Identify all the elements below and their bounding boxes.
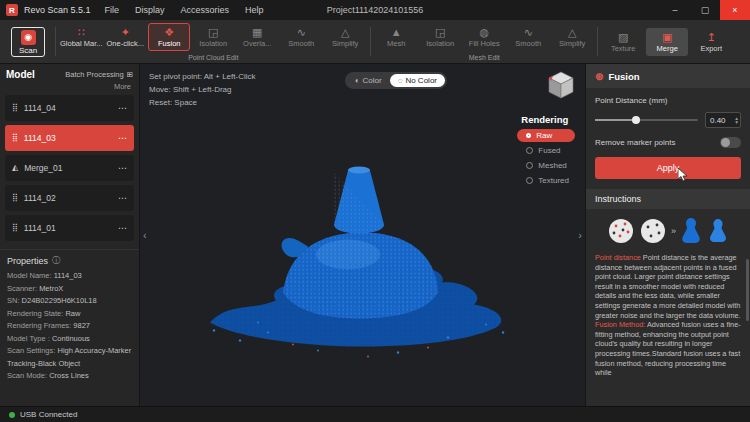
model-3d-view[interactable]: [198, 133, 528, 372]
properties-panel: Properties ⓘ Model Name: 1114_03 Scanner…: [0, 249, 139, 406]
app-logo-icon: R: [6, 4, 18, 16]
apply-button[interactable]: Apply: [595, 157, 741, 179]
info-icon[interactable]: ⓘ: [52, 255, 60, 266]
marker-circle-after: [639, 217, 667, 245]
tool-global-markers[interactable]: ∷ Global Mar...: [60, 23, 102, 51]
smooth-icon: ∿: [524, 26, 533, 38]
mesh-edit-group: ▲ Mesh ◲ Isolation ◍ Fill Holes ∿ Smooth…: [374, 20, 594, 63]
slider-knob[interactable]: [632, 116, 640, 124]
tool-simplify[interactable]: △ Simplify: [324, 23, 366, 51]
fill-holes-icon: ◍: [479, 26, 489, 38]
tool-one-click[interactable]: ✦ One-click...: [104, 23, 146, 51]
pointcloud-icon: ⣿: [12, 194, 18, 202]
window-controls: – ▢ ×: [660, 0, 750, 20]
texture-icon: ▨: [618, 31, 628, 43]
tool-fusion[interactable]: ❖ Fusion: [148, 23, 190, 51]
stepper-down-icon[interactable]: ▾: [735, 120, 738, 125]
menu-help[interactable]: Help: [245, 5, 264, 15]
model-item-1114-02[interactable]: ⣿ 1114_02 ⋯: [5, 185, 134, 211]
tool-smooth[interactable]: ∿ Smooth: [280, 23, 322, 51]
scan-button[interactable]: ◉ Scan: [11, 27, 45, 57]
tool-fill-holes[interactable]: ◍ Fill Holes: [463, 23, 505, 51]
scan-label: Scan: [19, 46, 37, 55]
mouse-cursor-icon: [678, 168, 688, 184]
scrollbar[interactable]: [746, 259, 749, 321]
minimize-button[interactable]: –: [660, 0, 690, 20]
usb-status-icon: [9, 412, 15, 418]
model-list: ⣿ 1114_04 ⋯ ⣿ 1114_03 ⋯ ◭ Merge_01 ⋯ ⣿ 1…: [0, 95, 139, 241]
collapse-left-icon[interactable]: ‹: [143, 229, 147, 241]
collapse-right-icon[interactable]: ›: [578, 229, 582, 241]
one-click-icon: ✦: [121, 26, 130, 38]
bust-model-2: [707, 217, 729, 245]
fusion-icon: ❖: [164, 26, 174, 38]
color-icon: ◐: [355, 76, 360, 85]
tool-export[interactable]: ↥ Export: [690, 28, 732, 56]
prop-scan-settings: Scan Settings: High Accuracy-Marker Trac…: [7, 345, 132, 370]
properties-title: Properties: [7, 256, 48, 266]
model-item-merge-01[interactable]: ◭ Merge_01 ⋯: [5, 155, 134, 181]
toolbar: ◉ Scan ∷ Global Mar... ✦ One-click... ❖ …: [0, 20, 750, 64]
tool-isolation[interactable]: ◲ Isolation: [192, 23, 234, 51]
tool-mesh[interactable]: ▲ Mesh: [375, 23, 417, 51]
mesh-model-icon: ◭: [12, 164, 18, 172]
tool-mesh-isolation[interactable]: ◲ Isolation: [419, 23, 461, 51]
menu-display[interactable]: Display: [135, 5, 165, 15]
rendering-title: Rendering: [521, 114, 568, 125]
menu-accessories[interactable]: Accessories: [181, 5, 230, 15]
item-menu-button[interactable]: ⋯: [118, 193, 127, 203]
batch-processing-button[interactable]: Batch Processing ⊞: [65, 70, 133, 79]
model-item-1114-03[interactable]: ⣿ 1114_03 ⋯: [5, 125, 134, 151]
orientation-cube[interactable]: [544, 69, 578, 107]
prop-scanner: Scanner: MetroX: [7, 283, 132, 296]
isolation-icon: ◲: [435, 26, 445, 38]
viewport-3d[interactable]: Set pivot point: Alt + Left-Click Move: …: [140, 64, 585, 406]
item-menu-button[interactable]: ⋯: [118, 103, 127, 113]
prop-sn: SN: D24B02295H6K10L18: [7, 295, 132, 308]
usb-status-text: USB Connected: [20, 410, 77, 419]
stepper-buttons[interactable]: ▴ ▾: [735, 116, 738, 125]
viewport-hints: Set pivot point: Alt + Left-Click Move: …: [149, 70, 256, 109]
item-menu-button[interactable]: ⋯: [118, 223, 127, 233]
maximize-button[interactable]: ▢: [690, 0, 720, 20]
tool-mesh-simplify[interactable]: △ Simplify: [551, 23, 593, 51]
export-icon: ↥: [707, 31, 716, 43]
prop-model-type: Model Type : Continuous: [7, 333, 132, 346]
color-toggle: ◐ Color ◌ No Color: [345, 72, 447, 89]
app-title: Revo Scan 5.5.1: [24, 5, 91, 15]
item-menu-button[interactable]: ⋯: [118, 133, 127, 143]
prop-rendering-frames: Rendering Frames: 9827: [7, 320, 132, 333]
smooth-icon: ∿: [297, 26, 306, 38]
point-distance-input[interactable]: 0.40 ▴ ▾: [705, 112, 741, 128]
model-item-1114-04[interactable]: ⣿ 1114_04 ⋯: [5, 95, 134, 121]
model-item-1114-01[interactable]: ⣿ 1114_01 ⋯: [5, 215, 134, 241]
arrow-icon: »: [671, 226, 675, 236]
isolation-icon: ◲: [208, 26, 218, 38]
batch-processing-icon: ⊞: [127, 70, 133, 79]
tool-merge[interactable]: ▣ Merge: [646, 28, 688, 56]
tool-texture[interactable]: ▨ Texture: [602, 28, 644, 56]
pointcloud-icon: ⣿: [12, 104, 18, 112]
color-option[interactable]: ◐ Color: [347, 74, 390, 87]
sidebar-title: Model: [6, 69, 35, 80]
tool-overlap[interactable]: ▦ Overla...: [236, 23, 278, 51]
merge-icon: ▣: [662, 31, 672, 43]
close-button[interactable]: ×: [720, 0, 750, 20]
item-menu-button[interactable]: ⋯: [118, 163, 127, 173]
tool-mesh-smooth[interactable]: ∿ Smooth: [507, 23, 549, 51]
no-color-option[interactable]: ◌ No Color: [390, 74, 445, 87]
remove-markers-label: Remove marker points: [595, 138, 675, 147]
fusion-panel-icon: ⊛: [595, 71, 603, 82]
toolbar-divider: [597, 27, 598, 56]
toolbar-divider: [55, 27, 56, 56]
scan-icon: ◉: [21, 30, 36, 45]
point-distance-slider[interactable]: [595, 115, 698, 125]
simplify-icon: △: [341, 26, 349, 38]
marker-circle-before: [607, 217, 635, 245]
instructions-illustration: »: [595, 216, 741, 246]
more-button[interactable]: More: [114, 82, 131, 91]
no-color-icon: ◌: [398, 76, 403, 85]
remove-markers-toggle[interactable]: [720, 137, 741, 148]
prop-scan-mode: Scan Mode: Cross Lines: [7, 370, 132, 383]
menu-file[interactable]: File: [105, 5, 120, 15]
